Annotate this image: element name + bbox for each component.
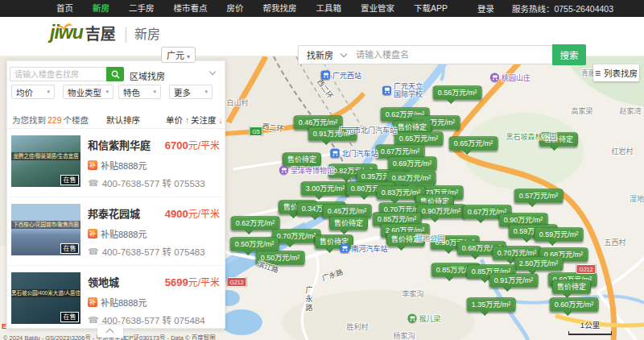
nav-item-1[interactable]: 新房 <box>83 0 119 17</box>
region-search-tab[interactable]: 区域找房 <box>130 69 165 82</box>
nav-item-5[interactable]: 帮我找房 <box>254 0 307 17</box>
listing-photo-caption: 龙腾之佳/御景湖居/生态宜居 <box>11 152 80 160</box>
nav-item-8[interactable]: 下载APP <box>404 0 457 17</box>
nav-item-3[interactable]: 楼市看点 <box>164 0 217 17</box>
map-place-猴儿梁: 猴儿梁 <box>407 313 440 324</box>
map-place-杨家沟: 杨家沟 <box>393 330 415 340</box>
sort-default[interactable]: 默认排序 <box>106 114 140 126</box>
map-price-bubble[interactable]: 0.69万元/m² <box>388 156 437 171</box>
phone-icon: ☎ <box>88 247 99 256</box>
map-price-bubble[interactable]: 0.65万元/m² <box>394 131 444 146</box>
subsidy-icon: 补 <box>88 160 97 170</box>
listing-subsidy: 补补贴8888元 <box>88 296 147 309</box>
sort-by-price[interactable]: 单价 ↑ <box>166 114 189 126</box>
site-header: jiwu 吉屋 | 新房 广元 ▾ 找新房 搜索 <box>0 17 644 56</box>
list-view-button[interactable]: ≡ 列表找房 <box>593 64 639 81</box>
listing-phone[interactable]: ☎400-7638-577 转 075483 <box>88 245 205 258</box>
phone-icon: ☎ <box>88 179 99 188</box>
listing-photo: 黑石坡公园/400米大道/人居佳境在售 <box>11 272 80 324</box>
listings-panel: 区域找房 均价▾物业类型▾特色▾更多▾ 为您找到229个楼盘 默认排序 单价 ↑… <box>6 60 225 329</box>
map-price-bubble[interactable]: 0.56万元/m² <box>433 85 482 100</box>
map-place-李家沟: 李家沟 <box>402 288 423 299</box>
listing-name[interactable]: 领地城 <box>88 274 119 289</box>
map-place-南河汽车站: 南河汽车站 <box>340 243 387 254</box>
map-price-bubble[interactable]: 1.35万元/m² <box>467 297 516 312</box>
map-price-bubble[interactable]: 0.60万元/m² <box>550 297 599 312</box>
listing-name[interactable]: 邦泰花园城 <box>88 205 140 221</box>
map-place-广永路: 广永路 <box>304 287 315 313</box>
filter-dropdown-0[interactable]: 均价▾ <box>11 85 55 99</box>
map-price-bubble[interactable]: 0.70万元/m² <box>272 229 321 243</box>
poi-icon <box>321 71 330 80</box>
logo-bird-icon <box>53 20 74 35</box>
result-count: 229 <box>47 115 62 125</box>
map-bubble-price-tbd[interactable]: 售价待定 <box>552 280 591 294</box>
map-price-bubble[interactable]: 0.50万元/m² <box>230 237 279 251</box>
arrow-up-icon: ↑ <box>185 115 189 125</box>
chevron-down-icon: ▾ <box>187 53 190 60</box>
search-input[interactable] <box>356 50 552 60</box>
listing-price: 4900元/平米 <box>165 206 220 220</box>
poi-icon <box>340 244 349 253</box>
top-nav-bar: 首页新房二手房楼市看点房价帮我找房工具箱置业管家下载APP 登录 服务热线：07… <box>0 0 644 17</box>
listing-phone[interactable]: ☎400-7638-577 转 075533 <box>88 176 205 189</box>
map-price-bubble[interactable]: 0.62万元/m² <box>231 216 280 230</box>
poi-icon <box>279 166 288 175</box>
map-place-桃园山庄: 桃园山庄 <box>490 73 530 83</box>
nav-item-7[interactable]: 置业管家 <box>351 0 404 17</box>
map-place-G212: G212 <box>576 264 596 274</box>
map-scale-bar: 1公里 <box>568 319 612 335</box>
nav-item-6[interactable]: 工具箱 <box>307 0 352 17</box>
nav-item-0[interactable]: 首页 <box>47 0 83 17</box>
filter-dropdown-3[interactable]: 更多▾ <box>169 85 213 99</box>
poi-icon <box>382 86 391 95</box>
service-hotline: 服务热线：0755-26404403 <box>512 2 613 15</box>
city-selector[interactable]: 广元 ▾ <box>161 47 196 63</box>
map-bubble-price-tbd[interactable]: 售价待定 <box>329 216 368 230</box>
list-icon: ≡ <box>595 68 601 78</box>
listing-photo-caption: 下西核心/花园城市/聚焦商圈 <box>11 221 80 229</box>
status-badge: 在售 <box>60 175 79 185</box>
poi-icon <box>490 73 499 82</box>
listing-item-1[interactable]: 下西核心/花园城市/聚焦商圈在售邦泰花园城4900元/平米补补贴8888元☎40… <box>7 197 225 266</box>
status-badge: 在售 <box>60 312 79 322</box>
listing-price: 6700元/平米 <box>165 138 220 151</box>
scale-label: 1公里 <box>568 319 612 330</box>
poi-icon <box>330 149 339 158</box>
chevron-down-icon: ▾ <box>47 89 50 95</box>
map-place-广元市北门汽车站: 广元市北门汽车站 <box>339 125 397 135</box>
chevron-down-icon <box>341 50 347 56</box>
map-price-bubble[interactable]: 0.59万元/m² <box>535 227 584 242</box>
listing-subsidy: 补补贴8888元 <box>88 227 147 240</box>
map-price-bubble[interactable]: 0.90万元/m² <box>417 204 466 218</box>
listings-container: 龙腾之佳/御景湖居/生态宜居在售和信紫荆华庭6700元/平米补补贴8888元☎4… <box>7 129 225 334</box>
search-category-dropdown[interactable]: 找新房 <box>307 48 333 61</box>
nav-item-2[interactable]: 二手房 <box>119 0 164 17</box>
filter-dropdown-1[interactable]: 物业类型▾ <box>63 85 114 99</box>
search-button[interactable]: 搜索 <box>552 44 586 65</box>
listing-item-0[interactable]: 龙腾之佳/御景湖居/生态宜居在售和信紫荆华庭6700元/平米补补贴8888元☎4… <box>7 129 225 197</box>
jiwu-logo[interactable]: jiwu 吉屋 | 新房 <box>50 23 160 42</box>
subsidy-icon: 补 <box>88 229 97 238</box>
map-place-红岩村: 红岩村 <box>611 146 633 156</box>
chevron-down-icon: ▾ <box>204 89 208 95</box>
nav-item-4[interactable]: 房价 <box>217 0 254 17</box>
keyword-search-input[interactable] <box>10 67 106 81</box>
listing-name[interactable]: 和信紫荆华庭 <box>88 137 151 152</box>
keyword-search-button[interactable] <box>106 67 124 81</box>
map-place-五西村: 五西村 <box>604 237 625 247</box>
chevron-down-icon: ▾ <box>153 89 156 95</box>
map-price-bubble[interactable]: 2.50万元/m² <box>514 256 564 271</box>
panel-collapse-tab[interactable] <box>97 325 123 338</box>
map-price-bubble[interactable]: 0.65万元/m² <box>449 136 498 151</box>
login-link[interactable]: 登录 <box>477 2 494 15</box>
sort-by-attention[interactable]: 关注度 ↓ <box>191 114 223 126</box>
map-price-bubble[interactable]: 0.57万元/m² <box>514 189 564 203</box>
logo-text-cn: 吉屋 <box>85 27 116 42</box>
listing-price: 5699元/平米 <box>165 275 220 288</box>
map-place-湿地公园: 湿地公园 <box>415 233 444 243</box>
map-price-bubble[interactable]: 3.00万元/m² <box>301 181 350 196</box>
map-place-广元西站: 广元西站 <box>321 70 361 81</box>
map-price-bubble[interactable]: 0.91万元/m² <box>489 273 539 288</box>
filter-dropdown-2[interactable]: 特色▾ <box>118 85 161 99</box>
